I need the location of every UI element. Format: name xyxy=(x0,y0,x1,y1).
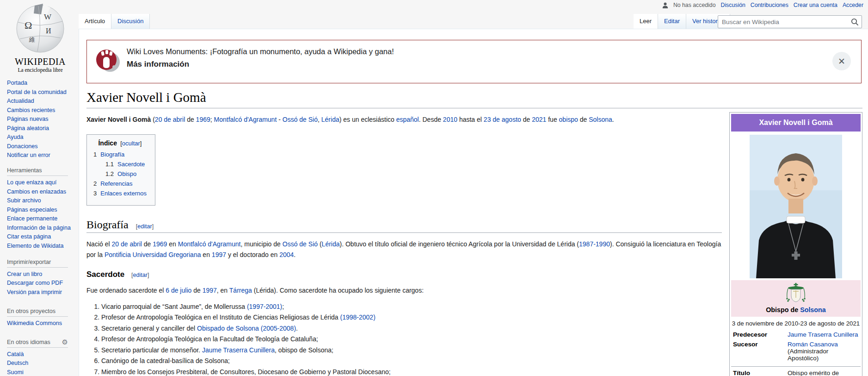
sidebar-group-idiomas: En otros idiomas ⚙ Català Deutsch Suomi … xyxy=(7,339,79,376)
article-link[interactable]: 1987-1990 xyxy=(579,240,610,248)
sidebar-item-lang-catala[interactable]: Català xyxy=(7,351,73,358)
sidebar-item-lo-que-enlaza[interactable]: Lo que enlaza aquí xyxy=(7,179,73,186)
article-link[interactable]: 1969 xyxy=(153,240,167,248)
article-link[interactable]: 1997 xyxy=(212,251,226,258)
sidebar-item-paginas-nuevas[interactable]: Páginas nuevas xyxy=(7,116,73,123)
article-link[interactable]: (1998-2002) xyxy=(340,313,376,321)
article-link[interactable]: 2004 xyxy=(279,251,294,258)
article-link[interactable]: Ossó de Sió xyxy=(283,116,318,123)
wlm-banner[interactable]: Wiki Loves Monuments: ¡Fotografía un mon… xyxy=(86,40,862,83)
edit-section-link[interactable]: editar xyxy=(133,272,148,278)
article-link[interactable]: 20 de abril xyxy=(155,116,185,123)
page-title: Xavier Novell i Gomà xyxy=(86,90,862,108)
sidebar-item-lang-suomi[interactable]: Suomi xyxy=(7,369,73,376)
tab-discusion[interactable]: Discusión xyxy=(111,14,150,29)
page-tabs-right: Leer Editar Ver historial xyxy=(634,14,730,29)
login-link[interactable]: Acceder xyxy=(843,2,863,8)
infobox-label-sucesor: Sucesor xyxy=(731,339,787,363)
sidebar-item-paginas-especiales[interactable]: Páginas especiales xyxy=(7,207,73,213)
sidebar-item-informacion-pagina[interactable]: Información de la página xyxy=(7,225,73,232)
tab-editar-link[interactable]: Editar xyxy=(664,18,680,25)
article-link[interactable]: 6 de julio xyxy=(166,287,191,294)
article-link[interactable]: Lérida xyxy=(322,240,340,248)
heading-text: Biografía xyxy=(86,219,129,231)
sidebar-item-ayuda[interactable]: Ayuda xyxy=(7,134,73,141)
user-talk-link[interactable]: Discusión xyxy=(721,2,745,8)
sidebar-item-donaciones[interactable]: Donaciones xyxy=(7,143,73,150)
article-link[interactable]: Tárrega xyxy=(229,287,252,294)
article-link[interactable]: 1969 xyxy=(196,116,210,123)
article-content: Wiki Loves Monuments: ¡Fotografía un mon… xyxy=(79,29,868,376)
infobox-office-link[interactable]: Solsona xyxy=(800,306,826,313)
article-link[interactable]: Obispado de Solsona xyxy=(197,325,259,332)
section-heading-sacerdote: Sacerdote [editar] xyxy=(86,270,722,279)
logo-wordmark: WIKIPEDIA xyxy=(8,56,72,67)
toc-link-sacerdote[interactable]: Sacerdote xyxy=(117,161,145,168)
infobox-office-label: Obispo de xyxy=(766,306,798,313)
sidebar-header-imprimir: Imprimir/exportar xyxy=(7,259,51,265)
article-link[interactable]: Ossó de Sió xyxy=(283,240,318,248)
article-link[interactable]: (1997-2001) xyxy=(247,303,282,310)
bold-text: Xavier Novell i Gomà xyxy=(86,116,151,123)
banner-more-info-link[interactable]: Más información xyxy=(127,60,189,69)
sidebar-item-pagina-aleatoria[interactable]: Página aleatoria xyxy=(7,125,73,132)
wikipedia-logo[interactable]: Ω W И 維 WIKIPEDIA La enciclopedia libre xyxy=(8,2,72,73)
sidebar-item-wikimedia-commons[interactable]: Wikimedia Commons xyxy=(7,320,73,327)
search-input[interactable] xyxy=(718,15,862,28)
sidebar-item-actualidad[interactable]: Actualidad xyxy=(7,98,73,105)
infobox-row-titulo: Título Obispo emérito de Solsona xyxy=(731,368,861,376)
sidebar-item-lang-deutsch[interactable]: Deutsch xyxy=(7,360,73,367)
sidebar-item-wikidata[interactable]: Elemento de Wikidata xyxy=(7,243,73,250)
article-link[interactable]: 23 de agosto xyxy=(484,116,521,123)
sidebar-header-idiomas: En otros idiomas xyxy=(7,339,50,345)
toc-link-referencias[interactable]: Referencias xyxy=(100,180,132,187)
sidebar-item-notificar-error[interactable]: Notificar un error xyxy=(7,152,73,159)
article-link[interactable]: Jaume Traserra Cunillera xyxy=(202,346,275,354)
article-link[interactable]: español xyxy=(396,116,419,123)
edit-section-link[interactable]: editar xyxy=(137,223,152,230)
article-link[interactable]: Lérida xyxy=(321,116,339,123)
toc-link-obispo[interactable]: Obispo xyxy=(117,170,136,177)
sidebar: Portada Portal de la comunidad Actualida… xyxy=(0,69,79,376)
sidebar-item-cambios-enlazadas[interactable]: Cambios en enlazadas xyxy=(7,188,73,195)
article-link[interactable]: Montfalcó d'Agramunt xyxy=(178,240,241,248)
tab-discusion-link[interactable]: Discusión xyxy=(117,18,143,25)
article-link[interactable]: obispo xyxy=(559,116,578,123)
sidebar-item-portal-comunidad[interactable]: Portal de la comunidad xyxy=(7,89,73,96)
language-settings-gear-icon[interactable]: ⚙ xyxy=(62,339,68,345)
create-account-link[interactable]: Crear una cuenta xyxy=(794,2,837,8)
infobox-portrait-photo[interactable] xyxy=(750,135,842,278)
article-link[interactable]: 20 de abril xyxy=(111,240,142,248)
article-link[interactable]: 2010 xyxy=(443,116,457,123)
tab-leer[interactable]: Leer xyxy=(634,14,658,29)
tab-editar[interactable]: Editar xyxy=(658,14,686,29)
sidebar-item-cambios-recientes[interactable]: Cambios recientes xyxy=(7,107,73,114)
article-link[interactable]: (2005-2008) xyxy=(261,325,296,332)
sidebar-group-proyectos: En otros proyectos Wikimedia Commons xyxy=(7,308,79,327)
search-icon[interactable] xyxy=(851,18,859,27)
article-link[interactable]: Pontificia Universidad Gregoriana xyxy=(105,251,201,258)
banner-close-icon[interactable]: ✕ xyxy=(832,52,851,70)
tab-articulo[interactable]: Artículo xyxy=(79,14,111,29)
sidebar-item-crear-libro[interactable]: Crear un libro xyxy=(7,271,73,278)
infobox-successor-link[interactable]: Román Casanova xyxy=(788,341,838,348)
sidebar-item-enlace-permanente[interactable]: Enlace permanente xyxy=(7,215,73,222)
sidebar-item-subir-archivo[interactable]: Subir archivo xyxy=(7,197,73,204)
toc-link-biografia[interactable]: Biografía xyxy=(100,151,124,158)
infobox-predecessor-link[interactable]: Jaume Traserra Cunillera xyxy=(788,331,858,338)
contributions-link[interactable]: Contribuciones xyxy=(751,2,788,8)
toc-item: 1Biografía xyxy=(93,151,147,158)
sidebar-item-portada[interactable]: Portada xyxy=(7,80,73,87)
sidebar-item-version-imprimir[interactable]: Versión para imprimir xyxy=(7,289,73,296)
infobox: Xavier Novell i Gomà xyxy=(729,112,862,376)
article-link[interactable]: 2021 xyxy=(532,116,546,123)
sidebar-item-descargar-pdf[interactable]: Descargar como PDF xyxy=(7,280,73,287)
article-link[interactable]: 1997 xyxy=(203,287,217,294)
toc-item: 1.1Sacerdote xyxy=(105,161,147,168)
infobox-row-sucesor: Sucesor Román Casanova (Administrador Ap… xyxy=(731,339,861,363)
toc-hide-link[interactable]: ocultar xyxy=(122,140,140,147)
toc-link-enlaces-externos[interactable]: Enlaces externos xyxy=(100,190,147,197)
sidebar-item-citar-pagina[interactable]: Citar esta página xyxy=(7,233,73,240)
article-link[interactable]: Montfalcó d'Agramunt xyxy=(214,116,277,123)
article-link[interactable]: Solsona xyxy=(589,116,612,123)
